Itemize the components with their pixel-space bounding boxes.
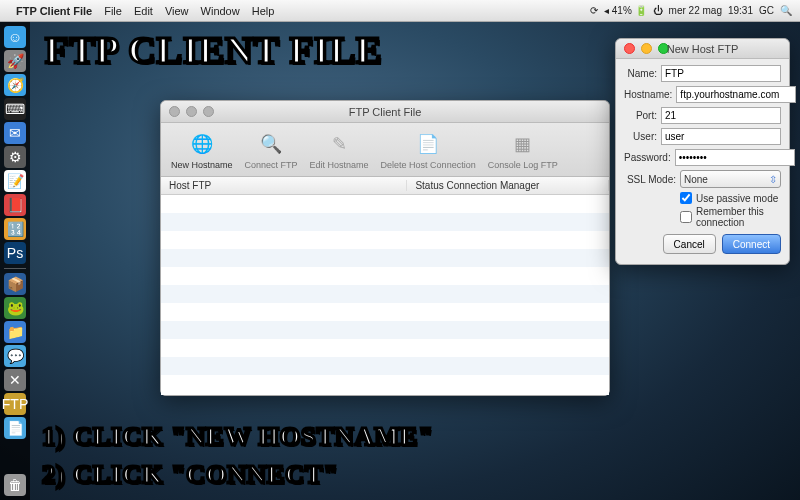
status-area: ⟳ ◂ 41% 🔋 ⏻ mer 22 mag 19:31 GC 🔍 (590, 5, 792, 16)
password-label: Password: (624, 152, 671, 163)
table-row[interactable] (161, 249, 609, 267)
dock-photoshop[interactable]: Ps (4, 242, 26, 264)
edit-hostname-button[interactable]: ✎ Edit Hostname (310, 130, 369, 170)
overlay-step2: 2) Click "Connect" (42, 460, 339, 490)
table-row[interactable] (161, 195, 609, 213)
cancel-button[interactable]: Cancel (663, 234, 716, 254)
menu-window[interactable]: Window (201, 5, 240, 17)
tool-label: Console Log FTP (488, 160, 558, 170)
delete-host-button[interactable]: 📄 Delete Host Connection (381, 130, 476, 170)
dock-chat[interactable]: 💬 (4, 345, 26, 367)
table-row[interactable] (161, 267, 609, 285)
ftp-titlebar[interactable]: FTP Client File (161, 101, 609, 123)
app-menu[interactable]: FTP Client File (16, 5, 92, 17)
dock-launchpad[interactable]: 🚀 (4, 50, 26, 72)
dock-ftp[interactable]: FTP (4, 393, 26, 415)
col-status[interactable]: Status Connection Manager (407, 180, 609, 191)
remember-checkbox[interactable] (680, 211, 692, 223)
ftp-window-title: FTP Client File (161, 106, 609, 118)
dock-textedit[interactable]: 📝 (4, 170, 26, 192)
tool-label: Edit Hostname (310, 160, 369, 170)
menu-view[interactable]: View (165, 5, 189, 17)
dock-frog[interactable]: 🐸 (4, 297, 26, 319)
user-input[interactable] (661, 128, 781, 145)
delete-icon: 📄 (414, 130, 442, 158)
tool-label: New Hostname (171, 160, 233, 170)
table-row[interactable] (161, 303, 609, 321)
table-row[interactable] (161, 339, 609, 357)
menubar: FTP Client File File Edit View Window He… (0, 0, 800, 22)
table-row[interactable] (161, 213, 609, 231)
time-text: 19:31 (728, 5, 753, 16)
name-label: Name: (624, 68, 657, 79)
dock-mail[interactable]: ✉ (4, 122, 26, 144)
dock-tools[interactable]: ✕ (4, 369, 26, 391)
ssl-value: None (684, 174, 708, 185)
table-header: Host FTP Status Connection Manager (161, 177, 609, 195)
name-input[interactable] (661, 65, 781, 82)
dock-calc[interactable]: 🔢 (4, 218, 26, 240)
power-icon[interactable]: ⏻ (653, 5, 663, 16)
table-row[interactable] (161, 321, 609, 339)
menu-edit[interactable]: Edit (134, 5, 153, 17)
dock-safari[interactable]: 🧭 (4, 74, 26, 96)
connect-ftp-button[interactable]: 🔍 Connect FTP (245, 130, 298, 170)
ftp-toolbar: 🌐 New Hostname 🔍 Connect FTP ✎ Edit Host… (161, 123, 609, 177)
dialog-titlebar[interactable]: New Host FTP (616, 39, 789, 59)
dock-trash[interactable]: 🗑 (4, 474, 26, 496)
table-row[interactable] (161, 357, 609, 375)
user-label: User: (624, 131, 657, 142)
globe-icon: 🌐 (188, 130, 216, 158)
ftp-window: FTP Client File 🌐 New Hostname 🔍 Connect… (160, 100, 610, 396)
col-host[interactable]: Host FTP (161, 180, 407, 191)
remember-label: Remember this connection (696, 206, 781, 228)
date-text: mer 22 mag (669, 5, 722, 16)
ssl-label: SSL Mode: (624, 174, 676, 185)
battery-icon[interactable]: ◂ 41% 🔋 (604, 5, 647, 16)
port-input[interactable] (661, 107, 781, 124)
dialog-form: Name: Hostname: Port: User: Password: SS… (616, 59, 789, 264)
new-host-dialog: New Host FTP Name: Hostname: Port: User:… (615, 38, 790, 265)
dock-folder[interactable]: 📁 (4, 321, 26, 343)
chevron-updown-icon: ⇳ (769, 174, 777, 185)
dock-terminal[interactable]: ⌨ (4, 98, 26, 120)
passive-label: Use passive mode (696, 193, 778, 204)
password-input[interactable] (675, 149, 795, 166)
passive-checkbox[interactable] (680, 192, 692, 204)
port-label: Port: (624, 110, 657, 121)
dock-settings[interactable]: ⚙ (4, 146, 26, 168)
sync-icon[interactable]: ⟳ (590, 5, 598, 16)
ssl-select[interactable]: None ⇳ (680, 170, 781, 188)
tool-label: Delete Host Connection (381, 160, 476, 170)
table-row[interactable] (161, 231, 609, 249)
host-table (161, 195, 609, 395)
overlay-title: FTP Client File (45, 28, 382, 72)
dialog-title: New Host FTP (616, 43, 789, 55)
dock-separator (4, 268, 26, 269)
menu-file[interactable]: File (104, 5, 122, 17)
console-icon: ▦ (509, 130, 537, 158)
connect-icon: 🔍 (257, 130, 285, 158)
connect-button[interactable]: Connect (722, 234, 781, 254)
dock-box[interactable]: 📦 (4, 273, 26, 295)
console-log-button[interactable]: ▦ Console Log FTP (488, 130, 558, 170)
overlay-step1: 1) Click "New Hostname" (42, 422, 434, 452)
dock: ☺ 🚀 🧭 ⌨ ✉ ⚙ 📝 📕 🔢 Ps 📦 🐸 📁 💬 ✕ FTP 📄 🗑 (0, 22, 30, 500)
menu-help[interactable]: Help (252, 5, 275, 17)
tool-label: Connect FTP (245, 160, 298, 170)
hostname-input[interactable] (676, 86, 796, 103)
dock-docs[interactable]: 📄 (4, 417, 26, 439)
dock-finder[interactable]: ☺ (4, 26, 26, 48)
dock-dictionary[interactable]: 📕 (4, 194, 26, 216)
table-row[interactable] (161, 285, 609, 303)
edit-icon: ✎ (325, 130, 353, 158)
spotlight-icon[interactable]: 🔍 (780, 5, 792, 16)
hostname-label: Hostname: (624, 89, 672, 100)
table-row[interactable] (161, 375, 609, 393)
new-hostname-button[interactable]: 🌐 New Hostname (171, 130, 233, 170)
user-text[interactable]: GC (759, 5, 774, 16)
